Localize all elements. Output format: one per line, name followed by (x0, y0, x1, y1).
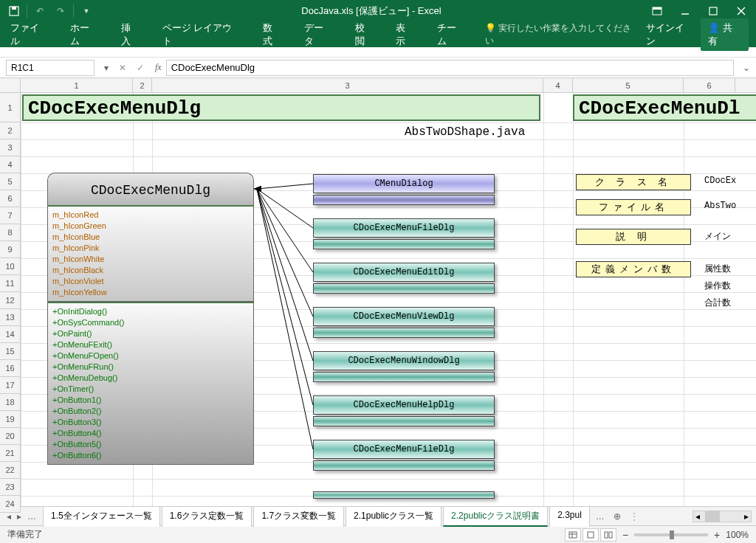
view-pagelayout-icon[interactable] (583, 528, 599, 542)
row-header[interactable]: 24 (0, 496, 21, 513)
row-header[interactable]: 20 (0, 428, 21, 445)
row-header[interactable]: 2 (0, 122, 21, 139)
minimize-icon[interactable] (676, 2, 694, 20)
row-header[interactable]: 9 (0, 241, 21, 258)
row-header[interactable]: 16 (0, 360, 21, 377)
tab-home[interactable]: ホーム (67, 17, 102, 52)
uml-op: +OnTimer() (52, 384, 249, 395)
column-headers: 1 2 3 4 5 6 (0, 78, 756, 93)
name-box[interactable]: R1C1 (6, 60, 94, 76)
uml-attributes: m_hIconRedm_hIconGreenm_hIconBluem_hIcon… (47, 207, 254, 302)
tab-data[interactable]: データ (301, 17, 336, 52)
row-header[interactable]: 12 (0, 292, 21, 309)
select-all-corner[interactable] (0, 78, 21, 92)
zoom-value[interactable]: 100% (726, 530, 749, 540)
row-header[interactable]: 22 (0, 462, 21, 479)
class-title-cell: CDocExecMenuDlg (22, 94, 540, 121)
enter-formula-icon[interactable]: ✓ (134, 63, 146, 73)
uml-class-box: CDocExecMenuDlg m_hIconRedm_hIconGreenm_… (47, 173, 254, 465)
sheet-tab[interactable]: 2.2publicクラス説明書 (443, 506, 548, 527)
fx-icon[interactable]: fx (155, 62, 162, 73)
col-header[interactable]: 1 (21, 78, 133, 92)
signin-link[interactable]: サインイン (646, 21, 693, 48)
maximize-icon[interactable] (704, 2, 722, 20)
row-header[interactable]: 6 (0, 190, 21, 207)
row-header[interactable]: 13 (0, 309, 21, 326)
col-header[interactable]: 3 (152, 78, 543, 92)
tab-view[interactable]: 表示 (393, 17, 418, 52)
redo-icon[interactable]: ↷ (52, 3, 69, 19)
uml-op: +OnButton5() (52, 439, 249, 450)
tab-formulas[interactable]: 数式 (260, 17, 285, 52)
grid-content[interactable]: CDocExecMenuDlg CDocExecMenuDl AbsTwoDSh… (21, 93, 756, 506)
row-header[interactable]: 4 (0, 156, 21, 173)
ribbon-tabs: ファイル ホーム 挿入 ページ レイアウト 数式 データ 校閲 表示 チーム 💡… (0, 22, 756, 47)
tab-file[interactable]: ファイル (7, 17, 51, 52)
share-button[interactable]: 👤 共有 (701, 18, 749, 51)
zoom-out-icon[interactable]: − (622, 529, 628, 541)
name-box-dropdown-icon[interactable]: ▾ (100, 63, 112, 73)
tab-nav-more-icon[interactable]: … (25, 511, 38, 522)
row-header[interactable]: 15 (0, 343, 21, 360)
col-header[interactable]: 2 (133, 78, 152, 92)
uml-op: +OnButton2() (52, 406, 249, 417)
zoom-slider[interactable] (634, 533, 708, 536)
zoom-in-icon[interactable]: + (714, 529, 720, 541)
row-header[interactable]: 18 (0, 394, 21, 411)
formula-input[interactable]: CDocExecMenuDlg (166, 60, 734, 76)
tab-review[interactable]: 校閲 (352, 17, 377, 52)
row-header[interactable]: 11 (0, 275, 21, 292)
uml-attr: m_hIconGreen (52, 221, 249, 232)
uml-op: +OnMenuDebug() (52, 373, 249, 384)
view-pagebreak-icon[interactable] (600, 528, 616, 542)
svg-line-20 (257, 189, 313, 449)
expand-formula-bar-icon[interactable]: ⌄ (740, 63, 753, 73)
row-header[interactable]: 5 (0, 173, 21, 190)
row-header[interactable]: 1 (0, 93, 21, 122)
col-header[interactable]: 5 (573, 78, 684, 92)
info-value: メイン (704, 230, 731, 243)
row-header[interactable]: 14 (0, 326, 21, 343)
row-header[interactable]: 8 (0, 224, 21, 241)
sheet-tab[interactable]: 1.6クラス定数一覧 (162, 506, 252, 527)
ribbon-display-icon[interactable] (648, 2, 666, 20)
relation-box: CDocExecMenuWindowDlg (313, 351, 495, 370)
uml-op: +OnButton4() (52, 428, 249, 439)
tab-pagelayout[interactable]: ページ レイアウト (159, 17, 244, 52)
row-header[interactable]: 7 (0, 207, 21, 224)
tab-team[interactable]: チーム (434, 17, 469, 52)
sheet-tab[interactable]: 2.3pul (549, 506, 590, 527)
col-header[interactable]: 6 (684, 78, 735, 92)
uml-attr: m_hIconPink (52, 243, 249, 254)
status-ready: 準備完了 (7, 528, 43, 541)
tab-insert[interactable]: 挿入 (118, 17, 143, 52)
new-sheet-icon[interactable]: ⊕ (609, 508, 625, 525)
row-header[interactable]: 23 (0, 479, 21, 496)
row-header[interactable]: 10 (0, 258, 21, 275)
java-filename: AbsTwoDShape.java (405, 125, 525, 139)
sheet-tab[interactable]: 2.1publicクラス一覧 (346, 506, 441, 527)
sheet-tab[interactable]: 1.7クラス変数一覧 (253, 506, 344, 527)
tell-me[interactable]: 💡 実行したい作業を入力してください (485, 22, 639, 47)
info-label: ファイル名 (576, 199, 691, 215)
close-icon[interactable] (732, 2, 750, 20)
sheet-tab[interactable]: 1.5全インタフェース一覧 (43, 506, 160, 527)
cancel-formula-icon[interactable]: ✕ (117, 63, 128, 73)
row-header[interactable]: 21 (0, 445, 21, 462)
tab-more-icon[interactable]: … (591, 508, 609, 525)
uml-operations: +OnInitDialog()+OnSysCommand()+OnPaint()… (47, 302, 254, 465)
info-label: ク ラ ス 名 (576, 174, 691, 190)
col-header[interactable]: 4 (543, 78, 573, 92)
horizontal-scrollbar[interactable]: ◂ ▸ (693, 511, 752, 522)
row-header[interactable]: 19 (0, 411, 21, 428)
row-header[interactable]: 17 (0, 377, 21, 394)
uml-op: +OnInitDialog() (52, 306, 249, 317)
uml-op: +OnSysCommand() (52, 317, 249, 328)
uml-op: +OnButton6() (52, 450, 249, 461)
view-normal-icon[interactable] (565, 528, 581, 542)
row-header[interactable]: 3 (0, 139, 21, 156)
relation-bar (313, 328, 495, 338)
formula-bar: R1C1 ▾ ✕ ✓ fx CDocExecMenuDlg ⌄ (0, 58, 756, 78)
relation-bar (313, 460, 495, 471)
relation-box: CMenuDialog (313, 174, 495, 193)
